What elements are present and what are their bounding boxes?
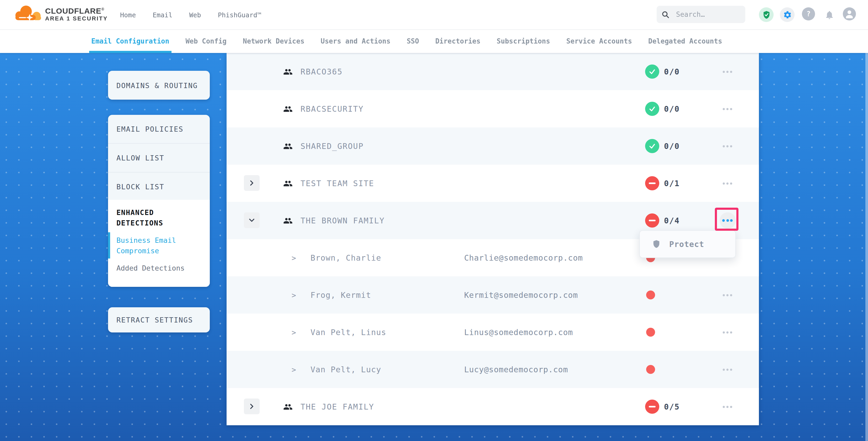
sidebar-label: RETRACT SETTINGS [117,316,193,324]
user-email: Kermit@somedemocorp.com [464,290,578,300]
account-button[interactable] [843,7,856,21]
table-row[interactable]: > Frog, Kermit Kermit@somedemocorp.com [226,276,759,314]
kebab-icon [723,108,732,110]
tab-sso[interactable]: SSO [407,29,419,53]
tab-service-accounts[interactable]: Service Accounts [566,29,632,53]
logo-brand-text: CLOUDFLARE® [45,4,108,15]
group-icon [283,104,293,114]
user-email: Linus@somedemocorp.com [464,327,573,337]
group-icon [283,179,293,188]
tab-delegated-accounts[interactable]: Delegated Accounts [648,29,722,53]
sidebar-item-allow-list[interactable]: ALLOW LIST [108,144,210,172]
row-menu-button[interactable] [717,276,737,314]
sidebar-item-email-policies[interactable]: EMAIL POLICIES [108,115,210,144]
notifications-button[interactable] [822,7,837,22]
minus-icon [649,183,656,184]
tab-web-config[interactable]: Web Config [185,29,226,53]
search-box[interactable] [657,6,745,23]
search-icon [662,11,669,18]
sidebar-item-business-email-compromise[interactable]: Business Email Compromise [117,235,203,256]
shield-icon [652,240,660,249]
user-caret-icon: > [291,365,296,374]
status-dot-red [646,290,655,300]
table-row[interactable]: RBACO365 0/0 [226,53,759,90]
expand-row-button[interactable] [244,175,259,191]
user-name: Brown, Charlie [310,253,381,262]
nav-phishguard[interactable]: PhishGuard™ [218,11,261,19]
status-dot-red [646,365,655,374]
cloudflare-logo[interactable]: CLOUDFLARE® AREA 1 SECURITY [13,4,108,22]
sidebar-item-added-detections[interactable]: Added Detections [117,263,203,273]
user-email: Charlie@somedemocorp.com [464,253,583,262]
gear-icon [783,10,792,19]
table-row[interactable]: > Van Pelt, Linus Linus@somedemocorp.com [226,314,759,351]
tab-directories[interactable]: Directories [435,29,480,53]
table-row[interactable]: > Van Pelt, Lucy Lucy@somedemocorp.com [226,351,759,388]
logo-sub-text: AREA 1 SECURITY [45,15,108,22]
kebab-icon [723,406,732,408]
row-context-menu: Protect [639,230,736,258]
group-name: RBACO365 [301,67,343,76]
group-icon [283,402,293,411]
collapse-row-button[interactable] [244,212,259,228]
user-caret-icon: > [291,291,296,299]
sidebar-enhanced-detections-section: ENHANCED DETECTIONS Business Email Compr… [108,200,210,287]
row-menu-button[interactable] [717,314,737,351]
protection-count: 0/4 [664,216,680,225]
table-row[interactable]: TEST TEAM SITE 0/1 [226,165,759,202]
table-row[interactable]: THE JOE FAMILY 0/5 [226,388,759,425]
tab-email-configuration[interactable]: Email Configuration [91,29,169,53]
config-tabs: Email Configuration Web Config Network D… [0,29,868,53]
help-button[interactable]: ? [802,7,815,21]
row-menu-button[interactable] [717,127,737,165]
expand-row-button[interactable] [244,399,259,414]
chevron-right-icon [249,404,254,409]
row-menu-button[interactable] [717,53,737,90]
row-menu-button[interactable] [717,165,737,202]
tab-subscriptions[interactable]: Subscriptions [497,29,550,53]
status-dot-red [646,328,655,337]
user-name: Frog, Kermit [310,290,371,300]
settings-button[interactable] [780,7,795,22]
nav-home[interactable]: Home [120,11,136,19]
chevron-right-icon [249,180,254,186]
search-input[interactable] [675,10,740,19]
row-menu-button[interactable] [717,388,737,425]
chevron-down-icon [249,218,254,223]
area1-security-app: CLOUDFLARE® AREA 1 SECURITY Home Email W… [0,0,868,441]
table-row[interactable]: SHARED_GROUP 0/0 [226,127,759,165]
scrollbar[interactable] [865,53,868,441]
tab-users-and-actions[interactable]: Users and Actions [321,29,391,53]
sidebar-item-domains-routing[interactable]: DOMAINS & ROUTING [108,71,210,100]
menu-item-protect[interactable]: Protect [669,240,704,249]
status-badge-ok [645,64,659,78]
sidebar-item-retract-settings[interactable]: RETRACT SETTINGS [108,307,210,333]
security-shield-button[interactable] [759,7,774,22]
status-badge-blocked [645,400,659,414]
enhanced-detections-title: ENHANCED DETECTIONS [117,207,203,228]
help-icon: ? [806,10,811,18]
status-badge-blocked [645,213,659,228]
user-name: Van Pelt, Linus [310,327,386,337]
protection-count: 0/0 [664,141,680,151]
kebab-icon [723,294,732,296]
group-icon [283,216,293,225]
app-header: CLOUDFLARE® AREA 1 SECURITY Home Email W… [0,0,868,30]
shield-check-icon [762,10,770,19]
nav-email[interactable]: Email [153,11,172,19]
tab-network-devices[interactable]: Network Devices [243,29,305,53]
row-menu-button[interactable] [717,90,737,127]
group-icon [283,141,293,151]
protection-count: 0/0 [664,67,680,76]
sidebar-item-block-list[interactable]: BLOCK LIST [108,172,210,201]
protection-count: 0/1 [664,179,680,188]
table-row[interactable]: RBACSECURITY 0/0 [226,90,759,127]
kebab-icon [723,368,732,371]
user-caret-icon: > [291,254,296,262]
sidebar-policies-card: EMAIL POLICIES ALLOW LIST BLOCK LIST ENH… [108,115,210,287]
kebab-icon [723,70,732,73]
nav-web[interactable]: Web [189,11,201,19]
row-menu-button[interactable] [717,351,737,388]
minus-icon [649,406,656,408]
top-navigation: Home Email Web PhishGuard™ [120,0,261,29]
